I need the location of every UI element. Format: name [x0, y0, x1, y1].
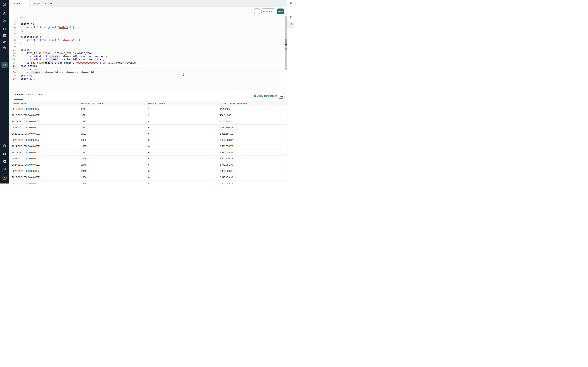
table-row[interactable]: 2018-01-01T00:00:00.000Z221144,442.65	[9, 106, 287, 112]
cell[interactable]: 1,841,049.32	[220, 182, 233, 184]
column-header-unique-customers[interactable]: UNIQUE_CUSTOMERS	[81, 102, 104, 104]
cell[interactable]: 2	[148, 114, 149, 117]
cell[interactable]: 2020-01-01T00:00:00.000Z	[12, 120, 40, 123]
code-line-2[interactable]: 2	[9, 19, 285, 22]
ai-assistant-chat-icon[interactable]	[287, 21, 294, 28]
history-clock-icon[interactable]	[287, 14, 294, 21]
cell[interactable]: 2028-01-01T00:00:00.000Z	[12, 170, 40, 172]
table-row[interactable]: 2020-01-01T00:00:00.000Z191741,115,869.5…	[9, 118, 287, 125]
code-line-13[interactable]: 13 count(distinct orders.customer_id) as…	[9, 55, 285, 58]
bookmark-icon[interactable]	[287, 7, 294, 14]
code-lines[interactable]: 1with23orders as (4 select * from {{ ref…	[9, 16, 285, 81]
tab-untitled-2[interactable]: Untitled 1 ✕	[30, 0, 48, 7]
cell[interactable]: 2,808,539.01	[220, 170, 233, 172]
cell[interactable]: 6	[148, 139, 149, 141]
bookmark-button[interactable]: Bookmark	[261, 8, 275, 14]
tab-untitled-1[interactable]: Untitled 1 ✕	[10, 0, 29, 7]
cell[interactable]: 2949	[81, 170, 86, 172]
code-line-8[interactable]: 8 select * from {{ ref('customers') }}	[9, 39, 285, 42]
cell[interactable]: 2026-01-01T00:00:00.000Z	[12, 157, 40, 160]
tab-details[interactable]: Details	[26, 93, 34, 96]
cell[interactable]: 2,551,076.70	[220, 145, 233, 148]
sql-editor[interactable]: 1with23orders as (4 select * from {{ ref…	[9, 7, 285, 91]
cell[interactable]: 2024-01-01T00:00:00.000Z	[12, 145, 40, 148]
table-row[interactable]: 2028-01-01T00:00:00.000Z294962,808,539.0…	[9, 168, 287, 174]
code-line-1[interactable]: 1with	[9, 16, 285, 19]
table-body[interactable]: 2018-01-01T00:00:00.000Z221144,442.65201…	[9, 106, 287, 184]
user-avatar[interactable]	[2, 176, 7, 180]
results-more-button[interactable]	[278, 93, 284, 99]
dashboard-grid-icon[interactable]	[0, 27, 9, 31]
cell[interactable]: 2019-01-01T00:00:00.000Z	[12, 114, 40, 117]
cell[interactable]: 494,818.00	[220, 114, 231, 117]
cell[interactable]: 2029-01-01T00:00:00.000Z	[12, 176, 40, 179]
cell[interactable]: 2661	[81, 126, 86, 129]
table-row[interactable]: 2019-01-01T00:00:00.000Z9772494,818.00	[9, 112, 287, 118]
cell[interactable]: 6	[148, 157, 149, 160]
cell[interactable]: 2,453,253.32	[220, 139, 233, 141]
cell[interactable]: 2023-01-01T00:00:00.000Z	[12, 139, 40, 141]
home-icon[interactable]	[0, 12, 9, 15]
code-line-5[interactable]: 5),	[9, 29, 285, 32]
run-button[interactable]: Run	[277, 8, 284, 14]
cell[interactable]: 2,742,751.39	[220, 163, 233, 166]
table-row[interactable]: 2025-01-01T00:00:00.000Z293262,617,453.3…	[9, 150, 287, 156]
column-header-unique-cities[interactable]: UNIQUE_CITIES	[148, 102, 165, 104]
cell[interactable]: 1	[148, 108, 149, 110]
code-line-15[interactable]: 15 to_char(sum(orders.order_total), '999…	[9, 61, 285, 64]
code-line-20[interactable]: 20order by 1	[9, 77, 285, 81]
cell[interactable]: 6	[148, 170, 149, 172]
code-line-14[interactable]: 14 count(distinct orders.location_id) as…	[9, 58, 285, 61]
column-header-total-order-revenue[interactable]: TOTAL_ORDER_REVENUE	[220, 102, 247, 104]
cell[interactable]: 2932	[81, 151, 86, 154]
cell[interactable]: 2018-01-01T00:00:00.000Z	[12, 108, 40, 110]
table-row[interactable]: 2021-01-01T00:00:00.000Z266161,871,800.8…	[9, 125, 287, 131]
column-header-order-year[interactable]: ORDER_YEAR	[12, 102, 27, 104]
explore-compass-icon[interactable]	[287, 0, 294, 7]
cell[interactable]: 221	[81, 108, 85, 110]
cell[interactable]: 6	[148, 182, 149, 184]
organization-building-icon[interactable]	[0, 167, 9, 171]
cell[interactable]: 2927	[81, 145, 86, 148]
code-line-16[interactable]: 16from orders	[9, 64, 285, 67]
cell[interactable]: 2,690,570.72	[220, 157, 233, 160]
cell[interactable]: 6	[148, 176, 149, 179]
cell[interactable]: 2027-01-01T00:00:00.000Z	[12, 163, 40, 166]
cell[interactable]: 2944	[81, 157, 86, 160]
table-row[interactable]: 2024-01-01T00:00:00.000Z292762,551,076.7…	[9, 143, 287, 150]
table-row[interactable]: 2026-01-01T00:00:00.000Z294462,690,570.7…	[9, 156, 287, 162]
cell[interactable]: 2,845,473.93	[220, 176, 233, 179]
explore-compass-icon[interactable]	[0, 46, 9, 50]
code-line-6[interactable]: 6	[9, 32, 285, 35]
docs-book-icon[interactable]	[0, 160, 9, 163]
cell[interactable]: 1,871,800.85	[220, 126, 233, 129]
close-icon[interactable]: ✕	[25, 2, 27, 5]
cell[interactable]: 2879	[81, 182, 86, 184]
cell[interactable]: 6	[148, 151, 149, 154]
editor-scrollbar[interactable]	[285, 16, 287, 70]
code-line-19[interactable]: 19group by 1	[9, 74, 285, 77]
code-line-9[interactable]: 9)	[9, 42, 285, 45]
cell[interactable]: 2025-01-01T00:00:00.000Z	[12, 151, 40, 154]
cell[interactable]: 1917	[81, 120, 86, 123]
apps-windows-icon[interactable]	[0, 40, 9, 43]
code-line-18[interactable]: 18 on orders.customer_id = customers.cus…	[9, 71, 285, 74]
close-icon[interactable]: ✕	[44, 2, 46, 5]
notebook-laptop-icon-active[interactable]	[1, 62, 8, 68]
code-line-3[interactable]: 3orders as (	[9, 22, 285, 25]
cell[interactable]: 44,442.65	[220, 108, 230, 110]
cell[interactable]: 6	[148, 163, 149, 166]
projects-drawer-icon[interactable]	[0, 19, 9, 23]
table-row[interactable]: 2027-01-01T00:00:00.000Z294662,742,751.3…	[9, 162, 287, 168]
cell[interactable]: 1,115,869.51	[220, 120, 233, 123]
code-line-7[interactable]: 7customers as (	[9, 35, 285, 39]
cell[interactable]: 2,617,453.32	[220, 151, 233, 154]
cell[interactable]: 6	[148, 145, 149, 148]
cell[interactable]: 2930	[81, 139, 86, 141]
hex-logo-icon[interactable]	[0, 2, 9, 7]
table-row[interactable]: 2022-01-01T00:00:00.000Z290262,325,556.1…	[9, 131, 287, 137]
code-line-11[interactable]: 11select	[9, 48, 285, 51]
cell[interactable]: 2021-01-01T00:00:00.000Z	[12, 126, 40, 129]
code-line-10[interactable]: 10	[9, 45, 285, 48]
cell[interactable]: 2022-01-01T00:00:00.000Z	[12, 133, 40, 135]
